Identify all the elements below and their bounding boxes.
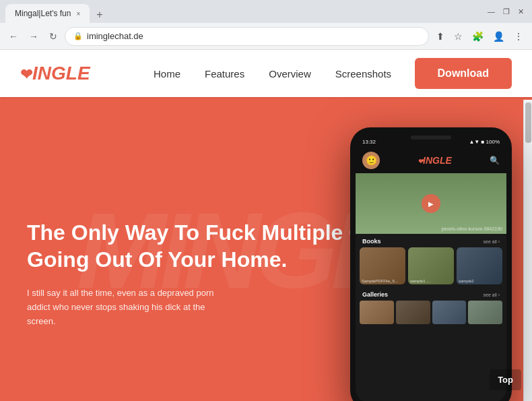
phone-app-header: 🙂 ❤INGLE 🔍 <box>356 148 506 173</box>
restore-btn[interactable]: ❐ <box>503 8 510 16</box>
phone-galleries-header: Galleries see all › <box>356 288 506 301</box>
url-text: iminglechat.de <box>87 31 143 41</box>
phone-books-header: Books see all › <box>356 234 506 247</box>
top-button[interactable]: Top <box>490 369 521 390</box>
active-tab[interactable]: Mingal|Let's fun × <box>5 4 90 23</box>
phone-time: 13:32 <box>362 139 376 145</box>
phone-thumb-2: sample1 ... <box>408 247 454 284</box>
tab-title: Mingal|Let's fun <box>15 9 71 18</box>
reload-btn[interactable]: ↻ <box>46 29 61 44</box>
back-btn[interactable]: ← <box>5 29 22 44</box>
gallery-thumb-4 <box>468 301 502 324</box>
address-bar[interactable]: 🔒 iminglechat.de <box>65 27 429 46</box>
toolbar-icons: ⬆ ☆ 🧩 👤 ⋮ <box>433 28 527 44</box>
phone-thumb-3: sample2 <box>457 247 502 284</box>
window-controls: — ❐ ✕ <box>488 8 527 16</box>
gallery-thumb-1 <box>360 301 394 324</box>
nav-screenshots[interactable]: Screenshots <box>335 68 391 80</box>
extensions-icon[interactable]: 🧩 <box>469 28 487 44</box>
close-btn[interactable]: ✕ <box>518 8 524 16</box>
thumb-label-2: sample1 ... <box>410 279 430 283</box>
nav-links: Home Features Overview Screenshots <box>131 68 415 80</box>
download-button[interactable]: Download <box>415 58 512 89</box>
nav-features[interactable]: Features <box>205 68 244 80</box>
phone-books-title: Books <box>362 238 381 245</box>
phone-galleries-title: Galleries <box>362 291 388 298</box>
scrollbar-thumb[interactable] <box>525 102 531 143</box>
nav-overview[interactable]: Overview <box>269 68 311 80</box>
logo-text: ❤INGLE <box>20 63 90 84</box>
new-tab-btn[interactable]: + <box>91 7 108 23</box>
phone-galleries-see-all[interactable]: see all › <box>483 292 500 297</box>
gallery-thumb-3 <box>432 301 467 324</box>
phone-screen: 13:32 ▲▼ ■ 100% 🙂 ❤INGLE 🔍 <box>356 135 506 401</box>
hero-subtitle: I still say it all the time, even as a d… <box>27 286 236 328</box>
thumb-label-1: SamplePDFFile_S... <box>362 279 398 283</box>
video-label: pexels-olino-kurson-9842190 <box>442 226 502 231</box>
nav-home[interactable]: Home <box>154 68 180 80</box>
menu-icon[interactable]: ⋮ <box>510 28 527 44</box>
browser-titlebar: Mingal|Let's fun × + — ❐ ✕ <box>0 0 532 23</box>
gallery-thumb-2 <box>396 301 430 324</box>
phone-thumb-1: SamplePDFFile_S... <box>360 247 405 284</box>
phone-outer: 13:32 ▲▼ ■ 100% 🙂 ❤INGLE 🔍 <box>350 127 512 401</box>
phone-signal: ▲▼ ■ 100% <box>469 139 500 145</box>
phone-notch <box>411 135 451 140</box>
profile-icon[interactable]: 👤 <box>490 28 508 44</box>
scrollbar-track[interactable] <box>523 100 532 401</box>
browser-toolbar: ← → ↻ 🔒 iminglechat.de ⬆ ☆ 🧩 👤 ⋮ <box>0 23 532 50</box>
browser-frame: Mingal|Let's fun × + — ❐ ✕ ← → ↻ 🔒 iming… <box>0 0 532 401</box>
page-content: ❤INGLE Home Features Overview Screenshot… <box>0 50 532 401</box>
tab-close-btn[interactable]: × <box>76 10 80 18</box>
phone-mockup: 13:32 ▲▼ ■ 100% 🙂 ❤INGLE 🔍 <box>350 127 512 401</box>
phone-logo: ❤INGLE <box>418 155 452 166</box>
minimize-btn[interactable]: — <box>488 8 495 16</box>
site-logo: ❤INGLE <box>20 63 90 84</box>
thumb-label-3: sample2 <box>459 279 474 283</box>
phone-video-thumb: ▶ pexels-olino-kurson-9842190 <box>356 173 506 234</box>
phone-galleries-row <box>356 301 506 324</box>
share-icon[interactable]: ⬆ <box>433 28 448 44</box>
lock-icon: 🔒 <box>73 32 83 40</box>
phone-books-see-all[interactable]: see all › <box>483 239 500 244</box>
hero-section: MINGLE The Only Way To Fuck Multiple Gir… <box>0 97 532 401</box>
bookmark-icon[interactable]: ☆ <box>451 28 466 44</box>
phone-search-icon: 🔍 <box>490 156 500 165</box>
phone-avatar: 🙂 <box>362 152 380 169</box>
forward-btn[interactable]: → <box>26 29 42 44</box>
browser-tabs: Mingal|Let's fun × + <box>5 0 108 23</box>
phone-books-grid: SamplePDFFile_S... sample1 ... sample2 <box>356 247 506 288</box>
site-navbar: ❤INGLE Home Features Overview Screenshot… <box>0 50 532 97</box>
play-button: ▶ <box>422 194 440 213</box>
